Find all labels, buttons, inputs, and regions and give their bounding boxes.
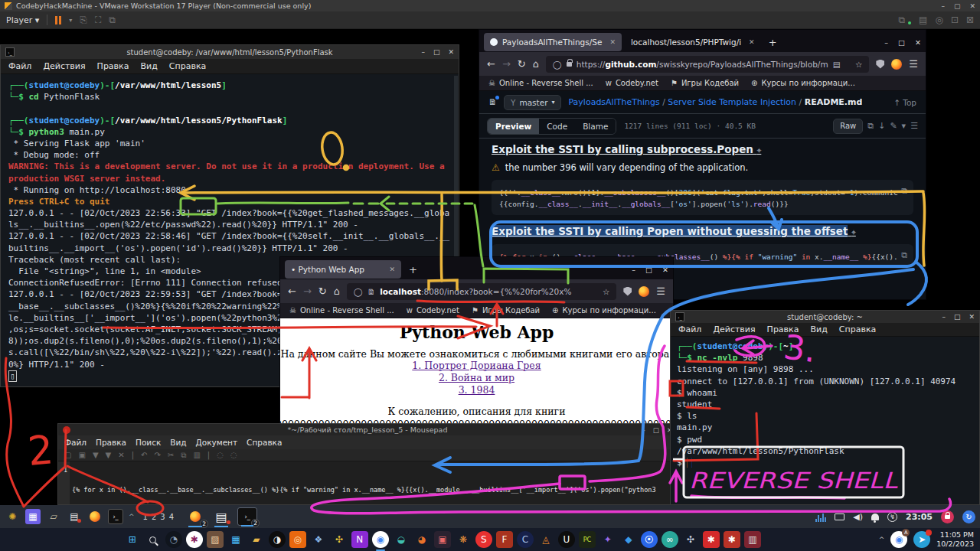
pycharm-icon[interactable]: PC	[579, 531, 596, 548]
anchor-link-icon[interactable]: ⌖	[851, 228, 856, 236]
minimize-button[interactable]: –	[642, 426, 645, 434]
menu-hamburger-icon[interactable]: ☰	[656, 285, 665, 297]
ssti-popen-heading[interactable]: Exploit the SSTI by calling Popen withou…	[492, 225, 913, 237]
workspace-2[interactable]: 2	[152, 513, 156, 521]
copy-icon[interactable]: ⧉	[867, 121, 874, 131]
tab-localhost-phptwig[interactable]: localhost/lesson5/PHPTwig/i✕	[625, 33, 761, 51]
tab-payloadsallthethings[interactable]: PayloadsAllTheThings/Se✕	[484, 33, 622, 51]
home-button[interactable]: ⌂	[334, 285, 340, 297]
file-tree-icon[interactable]: 🗎	[488, 97, 497, 107]
menu-item[interactable]: Вид	[170, 438, 186, 447]
copy-icon[interactable]: ⧉	[181, 451, 186, 460]
usb-icon[interactable]: ⊠	[966, 15, 974, 25]
undo-icon[interactable]: ↶	[141, 451, 147, 459]
top-link[interactable]: ↑ Top	[893, 98, 916, 107]
menu-item[interactable]: Вид	[140, 61, 157, 71]
vm-clock[interactable]: 23:05	[906, 512, 933, 522]
media-app-icon[interactable]: ▥	[744, 531, 761, 548]
minimize-button[interactable]: –	[632, 266, 635, 274]
menu-item[interactable]: Действия	[713, 324, 755, 334]
dragon-icon[interactable]: ✣	[682, 531, 699, 548]
screen-lock-icon[interactable]	[941, 510, 954, 523]
new-tab-button[interactable]: +	[404, 264, 422, 276]
minimize-button[interactable]: –	[942, 313, 946, 321]
menu-item[interactable]: Действия	[43, 61, 85, 71]
book-link[interactable]: 3. 1984	[280, 384, 673, 396]
tab-close-icon[interactable]: ✕	[749, 38, 755, 46]
back-button[interactable]: ←	[288, 285, 296, 297]
menu-item[interactable]: Правка	[96, 438, 126, 447]
workspace-3[interactable]: 3	[160, 513, 165, 521]
maximize-button[interactable]: □	[954, 313, 961, 321]
fullscreen-icon[interactable]: ⛶	[95, 15, 101, 25]
yellow-arrows-icon[interactable]: ✣	[331, 531, 348, 548]
reload-button[interactable]: ↻	[518, 58, 526, 70]
home-button[interactable]: ⌂	[533, 58, 539, 70]
menu-item[interactable]: Справка	[169, 61, 206, 71]
forward-button[interactable]: →	[502, 58, 511, 70]
terminal-window-icon[interactable]: ›_2	[237, 507, 257, 526]
workspace-pager[interactable]: 1234	[143, 513, 175, 521]
book-link[interactable]: 2. Война и мир	[280, 372, 673, 384]
firefox-window-icon[interactable]: 2	[185, 507, 205, 526]
close-doc-icon[interactable]: ✕	[118, 451, 124, 459]
tab-code[interactable]: Code	[539, 119, 575, 134]
firefox-icon[interactable]: ◕	[413, 531, 430, 548]
bookmark-online-reverse-shell[interactable]: ☠Online - Reverse Shell ...	[289, 306, 394, 315]
branch-selector[interactable]: Ymaster▾	[504, 95, 561, 110]
firefox-account-icon[interactable]	[891, 59, 902, 70]
raw-button[interactable]: Raw	[833, 119, 863, 134]
sync-icon[interactable]: ↻	[962, 510, 975, 523]
extension-shield-icon[interactable]	[876, 60, 884, 69]
firefox-icon[interactable]	[87, 509, 103, 524]
download-icon[interactable]: ↓	[878, 121, 885, 131]
slack-icon[interactable]: ✱	[186, 531, 203, 548]
paste-icon[interactable]: ▥	[193, 451, 200, 459]
hdd-icon[interactable]: ▤	[919, 15, 927, 25]
menu-item[interactable]: Правка	[767, 324, 799, 334]
maximize-button[interactable]: □	[898, 38, 905, 47]
breadcrumb-repo[interactable]: PayloadsAllTheThings	[568, 97, 659, 107]
menu-hamburger-icon[interactable]: ☰	[909, 58, 918, 70]
menu-item[interactable]: Поиск	[136, 438, 161, 447]
book-link[interactable]: 1. Портрет Дориана Грея	[280, 360, 673, 372]
close-button[interactable]: ✕	[662, 266, 668, 274]
red-gear-1-icon[interactable]: ✱	[703, 531, 720, 548]
search-icon[interactable]: ◌	[217, 451, 224, 459]
back-button[interactable]: ←	[487, 58, 495, 70]
red-gear-2-icon[interactable]: ✱	[724, 531, 740, 548]
forward-button[interactable]: →	[303, 285, 312, 297]
visual-studio-icon[interactable]: ✦	[599, 531, 616, 548]
tab-close-icon[interactable]: ✕	[609, 38, 616, 46]
extension-shield-icon[interactable]	[623, 287, 632, 296]
menu-item[interactable]: Файл	[8, 61, 31, 71]
url-bar[interactable]: ◯ https://github.com/swisskyrepo/Payload…	[546, 56, 869, 73]
vmware-minimize-button[interactable]: –	[941, 2, 945, 10]
search-icon[interactable]	[145, 531, 162, 548]
maximize-button[interactable]: □	[645, 266, 652, 274]
pause-icon[interactable]	[55, 16, 61, 24]
display-icon[interactable]	[835, 514, 844, 520]
bookmark-star-icon[interactable]: ☆	[855, 60, 862, 69]
maps-icon[interactable]: ⦿	[641, 531, 658, 548]
vmware-maximize-button[interactable]: ▢	[954, 2, 961, 10]
bookmark-star-icon[interactable]: ☆	[603, 287, 609, 296]
volume-icon[interactable]: ◀)	[853, 512, 863, 522]
power-manager-icon[interactable]: ↯	[887, 512, 897, 522]
tray-chevron-icon[interactable]: ^	[879, 536, 885, 543]
terminal2-titlebar[interactable]: ›_ student@codeby: ~ – □ ✕	[671, 311, 979, 323]
cinema4d-icon[interactable]: C	[517, 531, 534, 548]
tab-close-icon[interactable]: ✕	[389, 266, 395, 273]
copy-code-icon[interactable]: ⧉	[901, 184, 907, 197]
obsidian-icon[interactable]: ◑	[269, 531, 286, 548]
player-menu[interactable]: Player ▾	[6, 15, 39, 25]
breadcrumb-dir[interactable]: Server Side Template Injection	[668, 97, 796, 107]
minimize-button[interactable]: –	[421, 48, 425, 56]
new-file-icon[interactable]: ▢	[64, 451, 71, 459]
onenote-icon[interactable]: N	[351, 531, 368, 548]
terminal-icon[interactable]: ›_	[108, 509, 123, 524]
reload-button[interactable]: ↻	[318, 285, 327, 297]
app-grid-icon[interactable]: ▦	[25, 509, 41, 524]
maximize-button[interactable]: □	[433, 48, 440, 56]
outline-icon[interactable]: ☰	[910, 121, 918, 131]
